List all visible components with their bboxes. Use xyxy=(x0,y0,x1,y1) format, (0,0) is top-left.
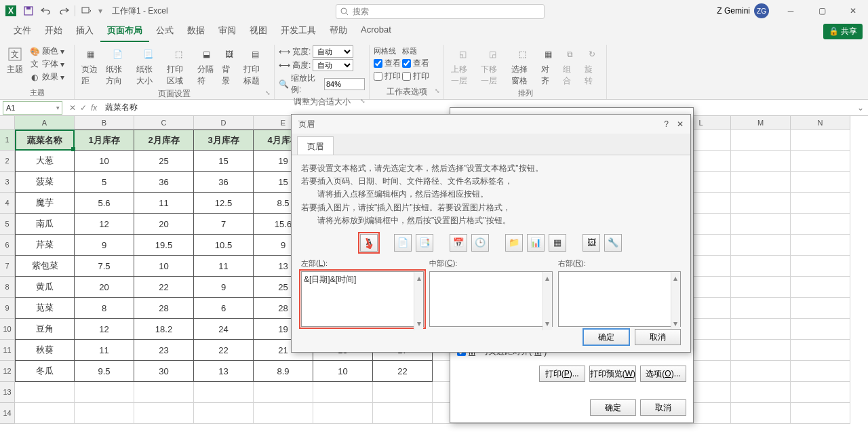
cell[interactable] xyxy=(731,382,791,403)
cell[interactable] xyxy=(791,403,850,424)
cell[interactable] xyxy=(194,403,254,424)
cell[interactable]: 苋菜 xyxy=(15,298,75,319)
header-cancel-button[interactable]: 取消 xyxy=(635,329,681,345)
cell[interactable]: 20 xyxy=(75,277,134,298)
row-header[interactable]: 4 xyxy=(0,193,15,214)
cell[interactable] xyxy=(731,319,791,340)
cell[interactable] xyxy=(254,382,313,403)
print-area-button[interactable]: ⬚打印区域 xyxy=(164,45,193,88)
cell[interactable] xyxy=(373,403,433,424)
cell[interactable] xyxy=(791,235,850,256)
row-header[interactable]: 6 xyxy=(0,235,15,256)
row-header[interactable]: 1 xyxy=(0,130,15,151)
right-section-input[interactable] xyxy=(558,271,681,327)
effects-button[interactable]: ◐效果▾ xyxy=(27,71,66,83)
cell[interactable]: 南瓜 xyxy=(15,214,75,235)
cell[interactable] xyxy=(731,298,791,319)
tab-帮助[interactable]: 帮助 xyxy=(323,20,354,42)
search-input[interactable]: 搜索 xyxy=(336,4,545,19)
cell[interactable] xyxy=(313,403,373,424)
insert-filepath-button[interactable]: 📁 xyxy=(505,234,523,252)
tab-Acrobat[interactable]: Acrobat xyxy=(354,20,398,42)
cell[interactable]: 30 xyxy=(134,361,194,382)
cell[interactable] xyxy=(731,340,791,361)
cell[interactable] xyxy=(791,319,850,340)
insert-time-button[interactable]: 🕒 xyxy=(471,234,489,252)
cell[interactable] xyxy=(15,403,75,424)
cell[interactable] xyxy=(731,277,791,298)
cell[interactable]: 22 xyxy=(373,361,433,382)
fonts-button[interactable]: 文字体▾ xyxy=(27,58,66,71)
cell[interactable]: 7 xyxy=(194,214,254,235)
tab-视图[interactable]: 视图 xyxy=(243,20,274,42)
orientation-button[interactable]: 📄纸张方向 xyxy=(103,45,132,88)
page-setup-launcher[interactable]: ⤡ xyxy=(265,90,271,96)
row-header[interactable]: 2 xyxy=(0,151,15,172)
cell[interactable]: 36 xyxy=(134,172,194,193)
dialog-help-button[interactable]: ? xyxy=(664,119,669,129)
print-button[interactable]: 打印(P)... xyxy=(539,366,585,382)
cell[interactable]: 豆角 xyxy=(15,319,75,340)
cell[interactable]: 12 xyxy=(75,214,134,235)
cell[interactable]: 28 xyxy=(134,298,194,319)
cell[interactable]: 9 xyxy=(75,235,134,256)
scrollbar[interactable]: ▴▾ xyxy=(414,272,423,330)
name-box[interactable]: A1 xyxy=(3,101,62,115)
insert-sheetname-button[interactable]: ▦ xyxy=(549,234,566,252)
cell[interactable] xyxy=(731,130,791,151)
print-titles-button[interactable]: ▤打印标题 xyxy=(241,45,270,88)
insert-picture-button[interactable]: 🖼 xyxy=(583,234,600,252)
cell[interactable]: 36 xyxy=(194,172,254,193)
cell[interactable]: 23 xyxy=(134,340,194,361)
scale-height-select[interactable]: 自动 xyxy=(313,59,353,71)
cell[interactable]: 7.5 xyxy=(75,256,134,277)
scale-launcher[interactable]: ⤡ xyxy=(360,98,366,104)
breaks-button[interactable]: ⬓分隔符 xyxy=(195,45,218,88)
cell[interactable]: 菠菜 xyxy=(15,172,75,193)
scale-input[interactable] xyxy=(324,78,365,90)
cell[interactable]: 5 xyxy=(75,172,134,193)
margins-button[interactable]: ▦页边距 xyxy=(79,45,102,88)
cell[interactable]: 2月库存 xyxy=(134,130,194,151)
tab-开始[interactable]: 开始 xyxy=(38,20,69,42)
cell[interactable]: 10.5 xyxy=(194,235,254,256)
cell[interactable]: 25 xyxy=(134,151,194,172)
cell[interactable] xyxy=(134,382,194,403)
cell[interactable]: 秋葵 xyxy=(15,340,75,361)
close-window-button[interactable]: ✕ xyxy=(838,0,868,22)
cell[interactable]: 20 xyxy=(134,214,194,235)
cell[interactable]: 11 xyxy=(194,256,254,277)
print-preview-button[interactable]: 打印预览(W) xyxy=(589,366,636,382)
scrollbar[interactable]: ▴▾ xyxy=(542,272,552,330)
tab-文件[interactable]: 文件 xyxy=(7,20,38,42)
maximize-button[interactable]: ▢ xyxy=(807,0,837,22)
row-header[interactable]: 3 xyxy=(0,172,15,193)
cell[interactable]: 芹菜 xyxy=(15,235,75,256)
select-all-corner[interactable] xyxy=(0,116,15,130)
cell[interactable]: 紫包菜 xyxy=(15,256,75,277)
qat-customize-icon[interactable]: ▾ xyxy=(96,3,105,19)
cell[interactable]: 12 xyxy=(75,319,134,340)
cell[interactable] xyxy=(731,256,791,277)
left-section-input[interactable]: &[日期]&[时间] xyxy=(301,271,424,327)
cell[interactable]: 24 xyxy=(194,319,254,340)
selection-pane-button[interactable]: ⬚选择窗格 xyxy=(509,45,537,88)
cell[interactable] xyxy=(791,382,850,403)
header-tab[interactable]: 页眉 xyxy=(297,136,334,155)
cell[interactable]: 13 xyxy=(194,361,254,382)
cell[interactable]: 18.2 xyxy=(134,319,194,340)
tab-页面布局[interactable]: 页面布局 xyxy=(100,20,149,42)
row-header[interactable]: 9 xyxy=(0,298,15,319)
row-header[interactable]: 12 xyxy=(0,361,15,382)
row-header[interactable]: 5 xyxy=(0,214,15,235)
cell[interactable]: 6 xyxy=(194,298,254,319)
cell[interactable]: 黄瓜 xyxy=(15,277,75,298)
col-header[interactable]: D xyxy=(194,116,254,130)
cell[interactable]: 1月库存 xyxy=(75,130,134,151)
dialog-close-button[interactable]: ✕ xyxy=(677,119,684,129)
expand-formula-bar[interactable]: ⌄ xyxy=(853,103,868,113)
cell[interactable] xyxy=(75,382,134,403)
cell[interactable] xyxy=(731,235,791,256)
row-header[interactable]: 11 xyxy=(0,340,15,361)
tab-开发工具[interactable]: 开发工具 xyxy=(274,20,323,42)
